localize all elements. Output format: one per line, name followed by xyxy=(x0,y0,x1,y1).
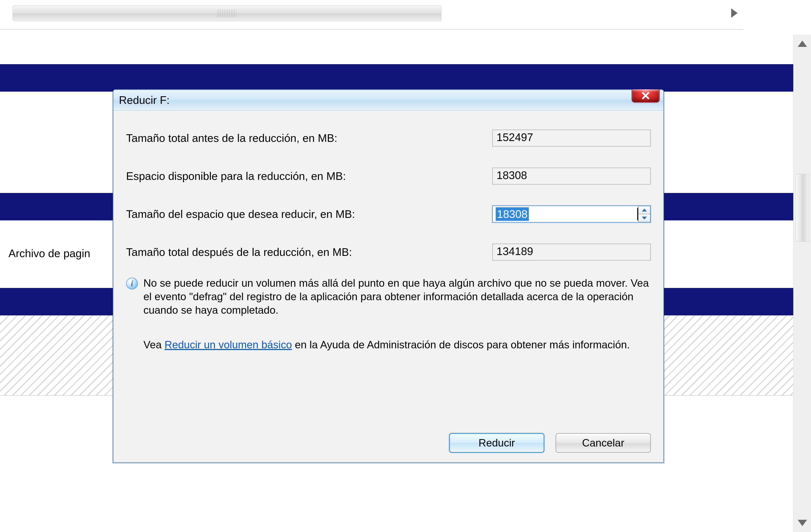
label-total-after: Tamaño total después de la reducción, en… xyxy=(126,246,464,259)
dialog-title: Reducir F: xyxy=(119,94,170,106)
value-total-after: 134189 xyxy=(492,244,651,261)
dialog-client: Tamaño total antes de la reducción, en M… xyxy=(113,110,664,463)
info-text: No se puede reducir un volumen más allá … xyxy=(143,276,651,317)
chevron-down-icon xyxy=(642,217,647,220)
row-total-before: Tamaño total antes de la reducción, en M… xyxy=(126,124,651,152)
close-icon xyxy=(642,92,649,99)
scroll-right-icon[interactable] xyxy=(731,9,737,18)
row-total-after: Tamaño total después de la reducción, en… xyxy=(126,238,651,266)
label-shrink-amount: Tamaño del espacio que desea reducir, en… xyxy=(126,208,464,220)
row-available: Espacio disponible para la reducción, en… xyxy=(126,162,651,190)
info-icon: i xyxy=(126,278,138,290)
spin-buttons xyxy=(638,206,650,222)
value-total-before: 152497 xyxy=(492,130,651,146)
scrollbar-thumb[interactable] xyxy=(13,5,441,21)
help-prefix: Vea xyxy=(143,339,165,351)
scroll-down-icon[interactable] xyxy=(798,520,807,526)
horizontal-scrollbar[interactable] xyxy=(0,0,744,30)
scrollbar-thumb[interactable] xyxy=(796,174,809,241)
reduce-button[interactable]: Reducir xyxy=(449,433,544,453)
dialog-buttons: Reducir Cancelar xyxy=(449,433,651,453)
shrink-dialog: Reducir F: Tamaño total antes de la redu… xyxy=(113,89,664,463)
shrink-amount-value: 18308 xyxy=(496,207,529,221)
label-available: Espacio disponible para la reducción, en… xyxy=(126,170,464,183)
vertical-scrollbar[interactable] xyxy=(793,35,811,532)
chevron-up-icon xyxy=(642,208,647,212)
dialog-titlebar[interactable]: Reducir F: xyxy=(113,89,664,110)
help-link[interactable]: Reducir un volumen básico xyxy=(165,339,292,351)
help-text: Vea Reducir un volumen básico en la Ayud… xyxy=(143,338,651,352)
spin-up-button[interactable] xyxy=(639,206,650,214)
cancel-button[interactable]: Cancelar xyxy=(556,433,651,453)
value-available: 18308 xyxy=(492,168,651,185)
info-block: i No se puede reducir un volumen más all… xyxy=(126,276,651,317)
scroll-up-icon[interactable] xyxy=(798,41,807,47)
close-button[interactable] xyxy=(632,89,660,103)
spin-down-button[interactable] xyxy=(639,214,650,222)
label-total-before: Tamaño total antes de la reducción, en M… xyxy=(126,132,464,144)
shrink-amount-input[interactable]: 18308 xyxy=(492,206,651,222)
help-suffix: en la Ayuda de Administración de discos … xyxy=(292,339,630,351)
partition-label: Archivo de pagin xyxy=(9,247,90,260)
partition-stripe xyxy=(0,64,793,92)
row-shrink-amount: Tamaño del espacio que desea reducir, en… xyxy=(126,200,651,228)
